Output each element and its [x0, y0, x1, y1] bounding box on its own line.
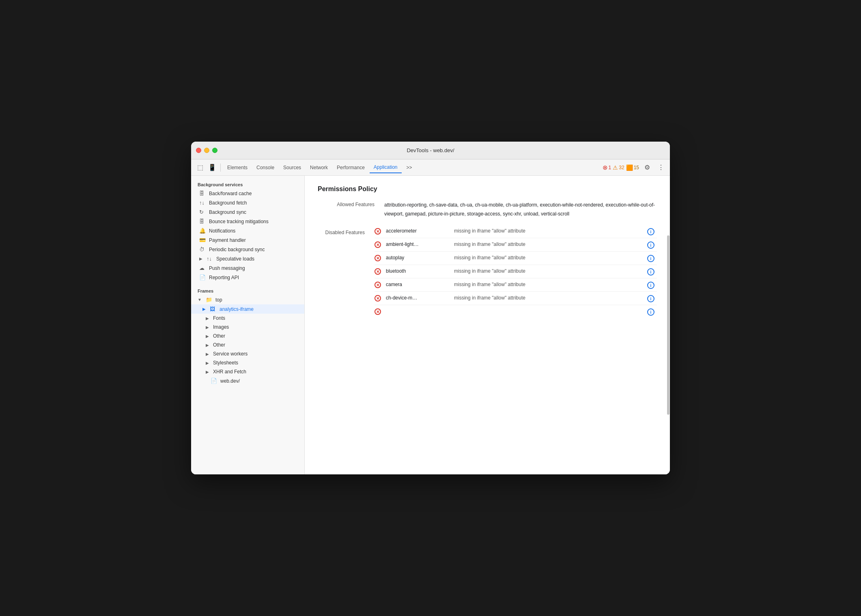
- feature-reason: missing in iframe "allow" attribute: [454, 294, 644, 302]
- sidebar-label: Speculative loads: [216, 256, 254, 262]
- feature-name: camera: [386, 281, 451, 287]
- tab-application[interactable]: Application: [370, 162, 402, 173]
- sidebar-item-other-1[interactable]: ▶ Other: [191, 332, 304, 340]
- sidebar-item-background-fetch[interactable]: ↑↓ Background fetch: [191, 198, 304, 207]
- allowed-features-row: Allowed Features attribution-reporting, …: [318, 201, 657, 218]
- maximize-button[interactable]: [212, 148, 217, 153]
- frame-label: Images: [213, 324, 229, 330]
- error-count: 1: [609, 165, 611, 170]
- sidebar-item-other-2[interactable]: ▶ Other: [191, 340, 304, 349]
- settings-icon[interactable]: ⚙: [641, 162, 653, 173]
- sidebar-label: Back/forward cache: [209, 191, 252, 196]
- frames-section: Frames ▼ 📁 top ▶ 🖼 analytics-iframe ▶ Fo…: [191, 285, 304, 386]
- sidebar-item-top[interactable]: ▼ 📁 top: [191, 295, 304, 304]
- error-icon: ✕: [375, 255, 381, 261]
- error-icon: ✕: [375, 282, 381, 288]
- tab-elements[interactable]: Elements: [223, 162, 252, 173]
- sidebar-item-stylesheets[interactable]: ▶ Stylesheets: [191, 358, 304, 367]
- expand-icon: ▶: [202, 307, 206, 311]
- scrollbar-thumb[interactable]: [667, 235, 669, 415]
- more-options-icon[interactable]: ⋮: [655, 162, 667, 173]
- frame-label: Fonts: [213, 315, 225, 321]
- sidebar-item-speculative-loads[interactable]: ▶ ↑↓ Speculative loads: [191, 254, 304, 263]
- sidebar-label: Background fetch: [209, 200, 247, 206]
- frames-header: Frames: [191, 285, 304, 295]
- frame-label: top: [215, 297, 222, 303]
- sidebar-label: Periodic background sync: [209, 247, 265, 252]
- expand-icon: ▶: [206, 352, 209, 356]
- error-badge: ⊗ 1 ⚠ 32 🟧 15: [603, 164, 639, 171]
- info-link-icon[interactable]: i: [647, 282, 654, 289]
- sidebar-item-notifications[interactable]: 🔔 Notifications: [191, 226, 304, 235]
- sidebar-item-webdev[interactable]: 📄 web.dev/: [191, 376, 304, 386]
- expand-icon: ▶: [206, 334, 209, 338]
- devtools-window: DevTools - web.dev/ ⬚ 📱 Elements Console…: [191, 142, 670, 474]
- sidebar-item-service-workers[interactable]: ▶ Service workers: [191, 349, 304, 358]
- sidebar-label: Background sync: [209, 209, 246, 215]
- frame-label: Other: [213, 333, 225, 339]
- sidebar-item-images[interactable]: ▶ Images: [191, 323, 304, 332]
- speculative-icon: ↑↓: [207, 256, 213, 262]
- disabled-entry-ambient-light: ✕ ambient-light… missing in iframe "allo…: [375, 238, 657, 252]
- sidebar-item-fonts[interactable]: ▶ Fonts: [191, 314, 304, 323]
- tab-performance[interactable]: Performance: [333, 162, 369, 173]
- toolbar-right: ⊗ 1 ⚠ 32 🟧 15 ⚙ ⋮: [603, 162, 667, 173]
- expand-icon: ▶: [206, 370, 209, 374]
- feature-name: bluetooth: [386, 267, 451, 274]
- info-icon: 🟧: [626, 164, 633, 171]
- sidebar-item-reporting-api[interactable]: 📄 Reporting API: [191, 273, 304, 282]
- info-link-icon[interactable]: i: [647, 255, 654, 262]
- allowed-features-value: attribution-reporting, ch-save-data, ch-…: [384, 201, 657, 218]
- sidebar-item-push-messaging[interactable]: ☁ Push messaging: [191, 263, 304, 273]
- feature-name: accelerometer: [386, 227, 451, 234]
- feature-name: ambient-light…: [386, 241, 451, 247]
- sidebar-item-periodic-background-sync[interactable]: ⏱ Periodic background sync: [191, 245, 304, 254]
- feature-reason: missing in iframe "allow" attribute: [454, 267, 644, 275]
- error-icon: ✕: [375, 295, 381, 302]
- feature-reason: missing in iframe "allow" attribute: [454, 254, 644, 261]
- info-link-icon[interactable]: i: [647, 295, 654, 302]
- expand-icon: ▼: [198, 297, 202, 302]
- close-button[interactable]: [196, 148, 201, 153]
- info-link-icon[interactable]: i: [647, 241, 654, 249]
- disabled-features-label: Disabled Features: [318, 225, 375, 235]
- feature-reason: missing in iframe "allow" attribute: [454, 281, 644, 288]
- tab-more[interactable]: >>: [403, 162, 416, 173]
- page-icon: 📄: [211, 378, 217, 384]
- doc-icon: 📄: [199, 274, 206, 280]
- error-icon: ✕: [375, 268, 381, 275]
- sidebar-label: Payment handler: [209, 237, 246, 243]
- tab-network[interactable]: Network: [306, 162, 332, 173]
- info-link-icon[interactable]: i: [647, 228, 654, 235]
- toolbar: ⬚ 📱 Elements Console Sources Network Per…: [191, 159, 670, 176]
- sidebar-item-background-sync[interactable]: ↻ Background sync: [191, 207, 304, 217]
- sidebar-item-xhr-fetch[interactable]: ▶ XHR and Fetch: [191, 367, 304, 376]
- tab-sources[interactable]: Sources: [279, 162, 305, 173]
- info-count: 15: [634, 165, 639, 170]
- info-link-icon[interactable]: i: [647, 308, 654, 316]
- panel-title: Permissions Policy: [318, 185, 657, 193]
- warning-count: 32: [619, 165, 624, 170]
- payment-icon: 💳: [199, 237, 206, 243]
- tab-console[interactable]: Console: [252, 162, 278, 173]
- bounce-icon: 🗄: [199, 218, 206, 224]
- sidebar-item-back-forward-cache[interactable]: 🗄 Back/forward cache: [191, 189, 304, 198]
- minimize-button[interactable]: [204, 148, 209, 153]
- info-link-icon[interactable]: i: [647, 268, 654, 276]
- frame-label: Stylesheets: [213, 360, 238, 366]
- cloud-icon: ☁: [199, 265, 206, 271]
- traffic-lights: [196, 148, 217, 153]
- device-toggle-icon[interactable]: 📱: [207, 162, 218, 173]
- sidebar-item-bounce-tracking[interactable]: 🗄 Bounce tracking mitigations: [191, 217, 304, 226]
- disabled-entry-ch-device: ✕ ch-device-m… missing in iframe "allow"…: [375, 292, 657, 305]
- sidebar-item-analytics-iframe[interactable]: ▶ 🖼 analytics-iframe: [191, 304, 304, 314]
- disabled-entry-camera: ✕ camera missing in iframe "allow" attri…: [375, 278, 657, 292]
- frame-label: analytics-iframe: [220, 306, 254, 312]
- frame-label: XHR and Fetch: [213, 369, 246, 375]
- error-icon: ✕: [375, 241, 381, 248]
- sidebar: Background services 🗄 Back/forward cache…: [191, 176, 305, 474]
- inspector-icon[interactable]: ⬚: [194, 162, 206, 173]
- frame-label: Service workers: [213, 351, 248, 357]
- scrollbar-track[interactable]: [667, 176, 670, 474]
- sidebar-item-payment-handler[interactable]: 💳 Payment handler: [191, 235, 304, 245]
